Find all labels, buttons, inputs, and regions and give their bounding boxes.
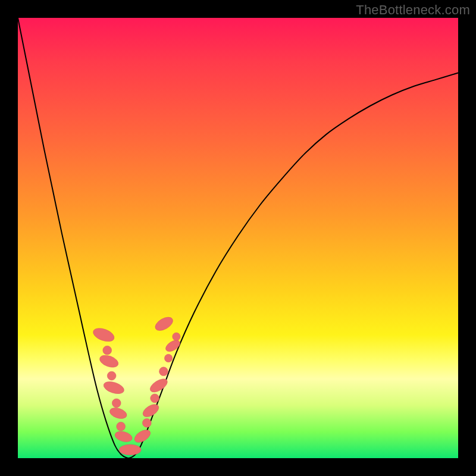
curve-marker <box>164 354 172 362</box>
curve-marker <box>108 406 128 421</box>
curve-path <box>18 18 458 458</box>
curve-marker <box>98 353 120 369</box>
curve-marker <box>141 402 161 419</box>
attribution-label: TheBottleneck.com <box>356 2 470 18</box>
curve-marker <box>107 371 116 380</box>
curve-marker <box>114 430 133 443</box>
chart-stage: TheBottleneck.com <box>0 0 476 476</box>
curve-marker <box>112 399 121 408</box>
curve-marker <box>164 338 181 354</box>
curve-marker <box>153 314 175 333</box>
curve-marker <box>159 367 168 376</box>
curve-markers <box>92 314 182 455</box>
curve-marker <box>151 394 159 403</box>
curve-marker <box>173 333 180 340</box>
curve-marker <box>92 325 116 344</box>
curve-marker <box>102 380 126 396</box>
curve-marker <box>103 346 112 355</box>
bottleneck-curve <box>18 18 458 458</box>
curve-marker <box>119 444 141 455</box>
curve-marker <box>142 418 151 427</box>
curve-overlay <box>18 18 458 458</box>
curve-marker <box>117 422 126 431</box>
